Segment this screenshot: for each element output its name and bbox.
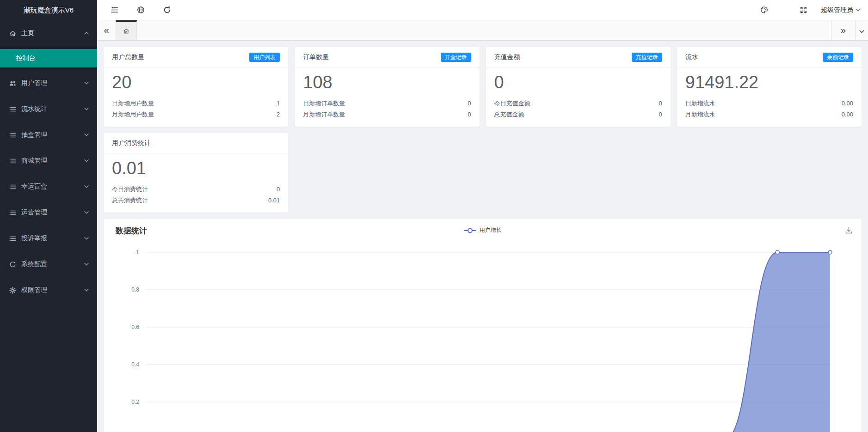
- home-icon: [123, 27, 130, 35]
- sidebar-item-label: 主页: [21, 29, 83, 37]
- row-value: 0: [659, 109, 662, 120]
- row-value: 0: [468, 109, 471, 120]
- sidebar-item-label: 运营管理: [21, 208, 83, 217]
- row-label: 日新增用户数量: [112, 98, 154, 109]
- app-title: 潮玩魔盒演示V6: [0, 0, 97, 20]
- card-stat-row: 日新增用户数量 1: [104, 98, 288, 109]
- row-label: 今日消费统计: [112, 184, 148, 195]
- sidebar-item-permissions[interactable]: 权限管理: [0, 277, 97, 303]
- row-label: 总共消费统计: [112, 195, 148, 206]
- card-stat-row: 今日充值金额 0: [486, 98, 671, 109]
- sidebar-item-label: 流水统计: [21, 105, 83, 113]
- card-stat-row: 月新增订单数量 0: [295, 109, 479, 120]
- list-icon: [9, 183, 17, 191]
- tabs-scroll-right-button[interactable]: »: [831, 20, 855, 40]
- card-value: 91491.22: [677, 67, 862, 95]
- refresh-icon[interactable]: [163, 6, 172, 14]
- main-area: 超级管理员 « » 用户总数量 用户列表 20 日新增: [97, 0, 868, 432]
- palette-icon[interactable]: [760, 6, 769, 14]
- chevron-down-icon: [83, 261, 90, 268]
- stat-card-total-users: 用户总数量 用户列表 20 日新增用户数量 1 月新增用户数量 2: [104, 47, 288, 127]
- chevron-down-icon: [855, 7, 862, 13]
- user-dropdown[interactable]: 超级管理员: [821, 6, 862, 14]
- row-value: 0.00: [842, 98, 853, 109]
- chevron-up-icon: [83, 30, 90, 37]
- card-value: 0.01: [104, 153, 288, 181]
- cycle-icon: [9, 261, 17, 268]
- data-statistics-chart-card: 10.80.60.40.2 数据统计 用户增长: [104, 219, 862, 432]
- list-icon: [9, 235, 17, 243]
- user-list-badge-button[interactable]: 用户列表: [249, 53, 280, 62]
- sidebar-item-box-management[interactable]: 抽盒管理: [0, 122, 97, 148]
- chart-line: [146, 252, 830, 432]
- tabs-scroll-left-button[interactable]: «: [97, 20, 116, 40]
- recharge-records-badge-button[interactable]: 充值记录: [632, 53, 662, 62]
- card-stat-row: 月新增用户数量 2: [104, 109, 288, 120]
- chart-ytick-label: 0.8: [131, 286, 139, 293]
- chevron-down-icon: [83, 106, 90, 112]
- stat-card-flow: 流水 余额记录 91491.22 日新增流水 0.00 月新增流水 0.00: [677, 47, 862, 127]
- chart-point[interactable]: [828, 250, 832, 254]
- row-label: 月新增用户数量: [112, 109, 154, 120]
- chart-point[interactable]: [776, 250, 779, 254]
- card-stat-row: 总充值金额 0: [486, 109, 671, 120]
- chevron-down-icon: [83, 183, 90, 190]
- row-value: 0.01: [268, 195, 280, 206]
- row-label: 月新增订单数量: [303, 109, 345, 120]
- card-value: 0: [486, 67, 671, 95]
- stat-card-orders: 订单数量 开盒记录 108 日新增订单数量 0 月新增订单数量 0: [295, 47, 479, 127]
- card-stat-row: 今日消费统计 0: [104, 184, 288, 195]
- tabs-menu-button[interactable]: [855, 20, 868, 40]
- balance-records-badge-button[interactable]: 余额记录: [823, 53, 853, 62]
- sidebar-item-flow-statistics[interactable]: 流水统计: [0, 96, 97, 122]
- gear-icon: [9, 286, 17, 294]
- chart-title: 数据统计: [116, 225, 147, 236]
- sidebar-item-operations-management[interactable]: 运营管理: [0, 200, 97, 225]
- chart-area: [146, 252, 830, 432]
- sidebar-item-mall-management[interactable]: 商城管理: [0, 148, 97, 174]
- sidebar: 潮玩魔盒演示V6 主页 控制台 用户管理 流水统计 抽盒管理 商城管理 幸运盲盒…: [0, 0, 97, 432]
- stat-cards-row-1: 用户总数量 用户列表 20 日新增用户数量 1 月新增用户数量 2: [104, 47, 862, 127]
- legend-marker-icon: [464, 228, 476, 233]
- open-box-records-badge-button[interactable]: 开盒记录: [441, 53, 471, 62]
- tab-home[interactable]: [116, 20, 137, 40]
- dashboard-content: 用户总数量 用户列表 20 日新增用户数量 1 月新增用户数量 2: [97, 41, 868, 432]
- chart-ytick-label: 0.6: [131, 324, 139, 330]
- sidebar-item-lucky-box[interactable]: 幸运盲盒: [0, 174, 97, 200]
- card-title: 用户消费统计: [112, 139, 151, 147]
- sidebar-item-home[interactable]: 主页: [0, 20, 97, 46]
- globe-icon[interactable]: [136, 6, 145, 14]
- chart-ytick-label: 0.4: [131, 361, 139, 368]
- card-title: 用户总数量: [112, 53, 144, 61]
- row-value: 0: [277, 184, 280, 195]
- chart-legend-user-growth[interactable]: 用户增长: [464, 226, 502, 234]
- collapse-sidebar-icon[interactable]: [110, 6, 119, 14]
- chevron-down-icon: [83, 235, 90, 242]
- sidebar-item-label: 投诉举报: [21, 234, 83, 243]
- chevron-down-icon: [83, 80, 90, 86]
- fullscreen-icon[interactable]: [799, 6, 808, 14]
- tabs-spacer: [137, 20, 831, 40]
- download-icon[interactable]: [844, 226, 853, 235]
- card-title: 充值金额: [494, 53, 520, 61]
- user-name: 超级管理员: [821, 6, 853, 14]
- chevron-down-icon: [83, 209, 90, 216]
- sidebar-item-label: 权限管理: [21, 286, 83, 294]
- stat-cards-row-2: 用户消费统计 0.01 今日消费统计 0 总共消费统计 0.01: [104, 133, 862, 213]
- sidebar-item-user-management[interactable]: 用户管理: [0, 70, 97, 96]
- sidebar-submenu: 控制台: [0, 46, 97, 70]
- stat-card-recharge: 充值金额 充值记录 0 今日充值金额 0 总充值金额 0: [486, 47, 671, 127]
- chart-ytick-label: 0.2: [131, 399, 139, 405]
- sidebar-item-complaints[interactable]: 投诉举报: [0, 225, 97, 251]
- card-value: 20: [104, 67, 288, 95]
- sidebar-item-console[interactable]: 控制台: [0, 49, 97, 67]
- list-icon: [9, 105, 17, 113]
- chevron-down-icon: [83, 158, 90, 164]
- card-title: 订单数量: [303, 53, 329, 61]
- row-label: 总充值金额: [494, 109, 524, 120]
- card-stat-row: 日新增订单数量 0: [295, 98, 479, 109]
- row-value: 0.00: [842, 109, 853, 120]
- sidebar-item-system-config[interactable]: 系统配置: [0, 251, 97, 277]
- growth-chart-svg: 10.80.60.40.2: [104, 219, 862, 432]
- sidebar-item-label: 抽盒管理: [21, 131, 83, 139]
